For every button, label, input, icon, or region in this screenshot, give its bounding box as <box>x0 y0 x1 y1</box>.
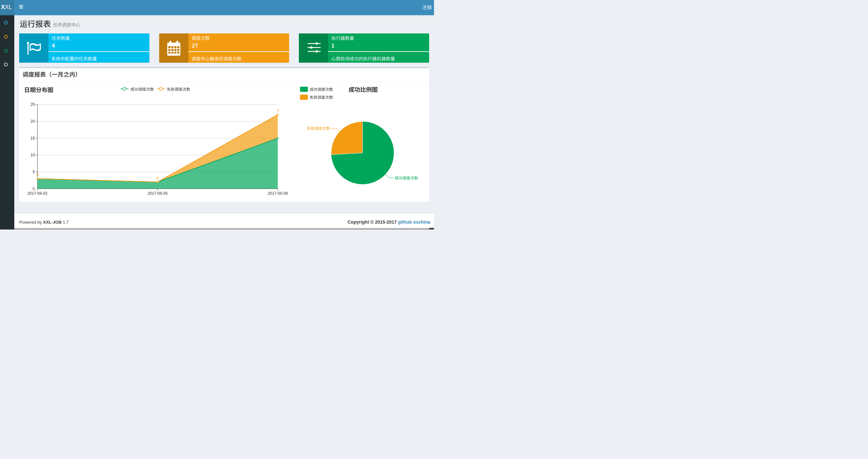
svg-text:0: 0 <box>33 187 35 191</box>
svg-text:0: 0 <box>157 176 159 181</box>
svg-text:25: 25 <box>31 102 35 107</box>
svg-text:20: 20 <box>31 119 35 124</box>
svg-text:7: 7 <box>277 109 279 113</box>
svg-text:2017-05-08: 2017-05-08 <box>268 191 288 196</box>
svg-text:XXL: XXL <box>1 4 12 10</box>
svg-text:15: 15 <box>31 136 35 140</box>
svg-text:5: 5 <box>33 170 35 174</box>
svg-text:Powered by XXL-JOB 1.7: Powered by XXL-JOB 1.7 <box>19 220 68 225</box>
svg-text:Copyright © 2015-2017 github: Copyright © 2015-2017 github oschina <box>348 220 430 225</box>
svg-text:10: 10 <box>31 153 35 158</box>
svg-text:2017-05-02: 2017-05-02 <box>27 191 48 196</box>
svg-text:0: 0 <box>36 173 39 177</box>
svg-text:2017-05-05: 2017-05-05 <box>148 191 167 196</box>
